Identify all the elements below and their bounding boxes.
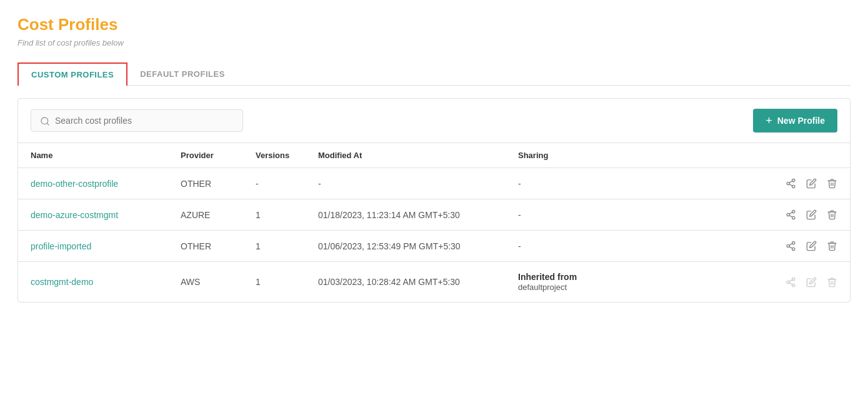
- svg-line-20: [789, 282, 792, 284]
- cell-modified-at: -: [318, 179, 518, 189]
- table-header: Name Provider Versions Modified At Shari…: [18, 143, 850, 168]
- table-body: demo-other-costprofileOTHER---demo-azure…: [18, 168, 850, 302]
- cell-actions: [762, 277, 837, 288]
- page-container: Cost Profiles Find list of cost profiles…: [0, 0, 868, 395]
- cell-actions: [762, 178, 837, 189]
- col-header-actions: [762, 151, 837, 160]
- svg-line-6: [789, 181, 792, 183]
- cell-provider: AWS: [181, 277, 256, 287]
- toolbar: + New Profile: [18, 99, 850, 143]
- cell-versions: 1: [256, 241, 318, 251]
- delete-icon[interactable]: [827, 178, 837, 189]
- table-row: demo-azure-costmgmtAZURE101/18/2023, 11:…: [18, 199, 850, 231]
- delete-icon[interactable]: [827, 209, 837, 220]
- tab-custom-profiles[interactable]: CUSTOM PROFILES: [17, 62, 127, 86]
- col-header-name: Name: [31, 151, 181, 160]
- cell-name[interactable]: profile-imported: [31, 241, 181, 251]
- svg-line-1: [47, 123, 49, 125]
- cell-modified-at: 01/06/2023, 12:53:49 PM GMT+5:30: [318, 241, 518, 251]
- cell-actions: [762, 241, 837, 251]
- cell-provider: OTHER: [181, 179, 256, 189]
- edit-icon[interactable]: [806, 241, 817, 251]
- col-header-provider: Provider: [181, 151, 256, 160]
- tab-default-profiles[interactable]: DEFAULT PROFILES: [127, 62, 237, 85]
- edit-icon[interactable]: [806, 209, 817, 220]
- svg-line-21: [789, 279, 792, 281]
- cell-sharing: -: [518, 241, 762, 251]
- col-header-versions: Versions: [256, 151, 318, 160]
- table-row: profile-importedOTHER101/06/2023, 12:53:…: [18, 231, 850, 262]
- cell-name[interactable]: costmgmt-demo: [31, 277, 181, 287]
- new-profile-label: New Profile: [777, 116, 825, 126]
- content-section: + New Profile Name Provider Versions Mod…: [17, 98, 851, 302]
- delete-icon: [827, 277, 837, 288]
- share-icon[interactable]: [786, 241, 796, 251]
- new-profile-button[interactable]: + New Profile: [753, 109, 837, 132]
- search-input[interactable]: [55, 116, 234, 126]
- cell-provider: OTHER: [181, 241, 256, 251]
- cell-sharing: -: [518, 210, 762, 220]
- svg-line-10: [789, 216, 792, 218]
- cell-name[interactable]: demo-other-costprofile: [31, 179, 181, 189]
- share-icon[interactable]: [786, 209, 796, 220]
- cell-sharing: Inherited fromdefaultproject: [518, 272, 762, 292]
- table-row: costmgmt-demoAWS101/03/2023, 10:28:42 AM…: [18, 262, 850, 302]
- page-subtitle: Find list of cost profiles below: [17, 38, 851, 48]
- svg-line-11: [789, 212, 792, 214]
- share-icon: [786, 277, 796, 288]
- cell-name[interactable]: demo-azure-costmgmt: [31, 210, 181, 220]
- edit-icon[interactable]: [806, 178, 817, 189]
- cell-versions: -: [256, 179, 318, 189]
- cell-modified-at: 01/18/2023, 11:23:14 AM GMT+5:30: [318, 210, 518, 220]
- col-header-modified: Modified At: [318, 151, 518, 160]
- col-header-sharing: Sharing: [518, 151, 762, 160]
- cell-modified-at: 01/03/2023, 10:28:42 AM GMT+5:30: [318, 277, 518, 287]
- plus-icon: +: [766, 115, 772, 126]
- page-title: Cost Profiles: [17, 15, 851, 34]
- cell-versions: 1: [256, 210, 318, 220]
- share-icon[interactable]: [786, 178, 796, 189]
- edit-icon: [806, 277, 817, 288]
- delete-icon[interactable]: [827, 241, 837, 251]
- svg-line-16: [789, 244, 792, 246]
- cell-actions: [762, 209, 837, 220]
- search-wrapper: [31, 109, 243, 132]
- cell-provider: AZURE: [181, 210, 256, 220]
- cell-sharing: -: [518, 179, 762, 189]
- table-row: demo-other-costprofileOTHER---: [18, 168, 850, 199]
- svg-line-5: [789, 184, 792, 186]
- cell-versions: 1: [256, 277, 318, 287]
- tabs-bar: CUSTOM PROFILES DEFAULT PROFILES: [17, 62, 851, 86]
- svg-line-15: [789, 247, 792, 249]
- search-icon: [40, 115, 50, 126]
